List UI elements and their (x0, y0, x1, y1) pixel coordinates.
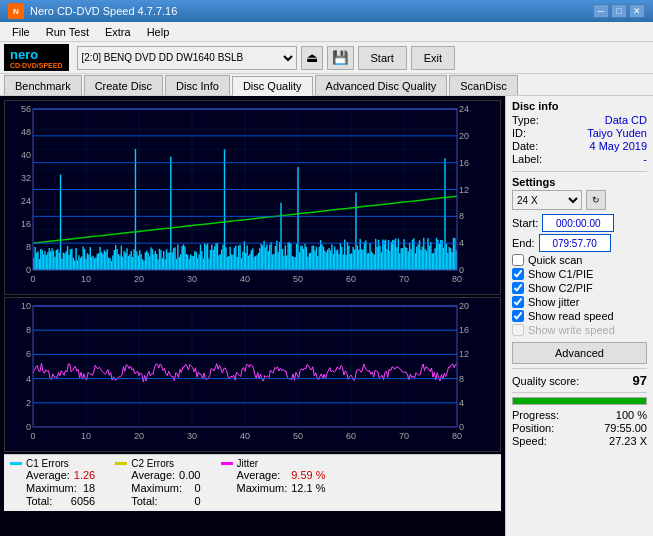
quick-scan-checkbox[interactable] (512, 254, 524, 266)
c1-avg-label: Average: (26, 469, 70, 481)
show-read-speed-label: Show read speed (528, 310, 614, 322)
position-row: Position: 79:55.00 (512, 422, 647, 434)
c2-stats: Average: 0.00 Maximum: 0 Total: 0 (115, 469, 200, 508)
show-jitter-checkbox[interactable] (512, 296, 524, 308)
start-button[interactable]: Start (358, 46, 407, 70)
drive-select[interactable]: [2:0] BENQ DVD DD DW1640 BSLB (77, 46, 297, 70)
start-time-row: Start: (512, 214, 647, 232)
end-label: End: (512, 237, 535, 249)
disc-id-label: ID: (512, 127, 526, 139)
jitter-avg-value: 9.59 % (291, 469, 325, 481)
minimize-button[interactable]: ─ (593, 4, 609, 18)
jitter-max-label: Maximum: (237, 482, 288, 494)
menu-file[interactable]: File (4, 24, 38, 40)
show-c2-label: Show C2/PIF (528, 282, 593, 294)
show-c1-row: Show C1/PIE (512, 268, 647, 280)
progress-label: Progress: (512, 409, 559, 421)
end-input[interactable] (539, 234, 611, 252)
right-panel: Disc info Type: Data CD ID: Taiyo Yuden … (505, 96, 653, 536)
window-controls: ─ □ ✕ (593, 4, 645, 18)
c1-label: C1 Errors (26, 458, 69, 469)
toolbar: nero CD·DVD/SPEED [2:0] BENQ DVD DD DW16… (0, 42, 653, 74)
app-logo: nero CD·DVD/SPEED (4, 44, 69, 71)
menu-extra[interactable]: Extra (97, 24, 139, 40)
show-c1-checkbox[interactable] (512, 268, 524, 280)
tab-disc-quality[interactable]: Disc Quality (232, 76, 313, 96)
bottom-chart (4, 297, 501, 452)
chart-legend: C1 Errors Average: 1.26 Maximum: 18 Tota… (4, 454, 501, 511)
disc-label-label: Label: (512, 153, 542, 165)
disc-info-title: Disc info (512, 100, 647, 112)
menu-bar: File Run Test Extra Help (0, 22, 653, 42)
disc-type-row: Type: Data CD (512, 114, 647, 126)
tab-disc-info[interactable]: Disc Info (165, 75, 230, 95)
title-bar: N Nero CD-DVD Speed 4.7.7.16 ─ □ ✕ (0, 0, 653, 22)
jitter-avg-label: Average: (237, 469, 281, 481)
c1-stats: Average: 1.26 Maximum: 18 Total: 6056 (10, 469, 95, 508)
show-c2-row: Show C2/PIF (512, 282, 647, 294)
disc-date-value: 4 May 2019 (590, 140, 647, 152)
jitter-stats: Average: 9.59 % Maximum: 12.1 % (221, 469, 326, 495)
save-button[interactable]: 💾 (327, 46, 354, 70)
c1-legend: C1 Errors Average: 1.26 Maximum: 18 Tota… (10, 458, 95, 508)
speed-display-label: Speed: (512, 435, 547, 447)
show-read-speed-checkbox[interactable] (512, 310, 524, 322)
window-title: Nero CD-DVD Speed 4.7.7.16 (30, 5, 177, 17)
tab-bar: Benchmark Create Disc Disc Info Disc Qua… (0, 74, 653, 96)
tab-advanced-disc-quality[interactable]: Advanced Disc Quality (315, 75, 448, 95)
app-icon: N (8, 3, 24, 19)
start-label: Start: (512, 217, 538, 229)
jitter-max-value: 12.1 % (291, 482, 325, 494)
c1-total-value: 6056 (71, 495, 95, 507)
tab-scan-disc[interactable]: ScanDisc (449, 75, 517, 95)
top-chart-canvas (5, 101, 485, 294)
eject-button[interactable]: ⏏ (301, 46, 323, 70)
menu-help[interactable]: Help (139, 24, 178, 40)
disc-type-value: Data CD (605, 114, 647, 126)
quick-scan-label: Quick scan (528, 254, 582, 266)
menu-run-test[interactable]: Run Test (38, 24, 97, 40)
progress-bar-container (512, 397, 647, 405)
show-write-speed-checkbox[interactable] (512, 324, 524, 336)
disc-info-section: Disc info Type: Data CD ID: Taiyo Yuden … (512, 100, 647, 165)
show-write-speed-label: Show write speed (528, 324, 615, 336)
speed-row: 24 X ↻ (512, 190, 647, 210)
c2-label: C2 Errors (131, 458, 174, 469)
maximize-button[interactable]: □ (611, 4, 627, 18)
tab-benchmark[interactable]: Benchmark (4, 75, 82, 95)
c2-legend: C2 Errors Average: 0.00 Maximum: 0 Total… (115, 458, 200, 508)
c2-color (115, 462, 127, 465)
main-content: C1 Errors Average: 1.26 Maximum: 18 Tota… (0, 96, 653, 536)
settings-title: Settings (512, 176, 647, 188)
jitter-color (221, 462, 233, 465)
position-value: 79:55.00 (604, 422, 647, 434)
jitter-legend: Jitter Average: 9.59 % Maximum: 12.1 % (221, 458, 326, 508)
c2-total-value: 0 (194, 495, 200, 507)
quick-scan-row: Quick scan (512, 254, 647, 266)
disc-date-row: Date: 4 May 2019 (512, 140, 647, 152)
show-c2-checkbox[interactable] (512, 282, 524, 294)
bottom-chart-canvas (5, 298, 485, 451)
start-input[interactable] (542, 214, 614, 232)
quality-score-label: Quality score: (512, 375, 579, 387)
quality-score-value: 97 (633, 373, 647, 388)
c1-color (10, 462, 22, 465)
c1-avg-value: 1.26 (74, 469, 95, 481)
quality-score-row: Quality score: 97 (512, 373, 647, 388)
position-label: Position: (512, 422, 554, 434)
progress-bar-fill (513, 398, 646, 404)
close-button[interactable]: ✕ (629, 4, 645, 18)
refresh-button[interactable]: ↻ (586, 190, 606, 210)
advanced-button[interactable]: Advanced (512, 342, 647, 364)
progress-value: 100 % (616, 409, 647, 421)
c2-max-value: 0 (194, 482, 200, 494)
c1-max-value: 18 (83, 482, 95, 494)
speed-display-row: Speed: 27.23 X (512, 435, 647, 447)
show-write-speed-row: Show write speed (512, 324, 647, 336)
tab-create-disc[interactable]: Create Disc (84, 75, 163, 95)
disc-label-value: - (643, 153, 647, 165)
disc-label-row: Label: - (512, 153, 647, 165)
speed-select[interactable]: 24 X (512, 190, 582, 210)
logo-subtitle: CD·DVD/SPEED (10, 62, 63, 69)
exit-button[interactable]: Exit (411, 46, 455, 70)
